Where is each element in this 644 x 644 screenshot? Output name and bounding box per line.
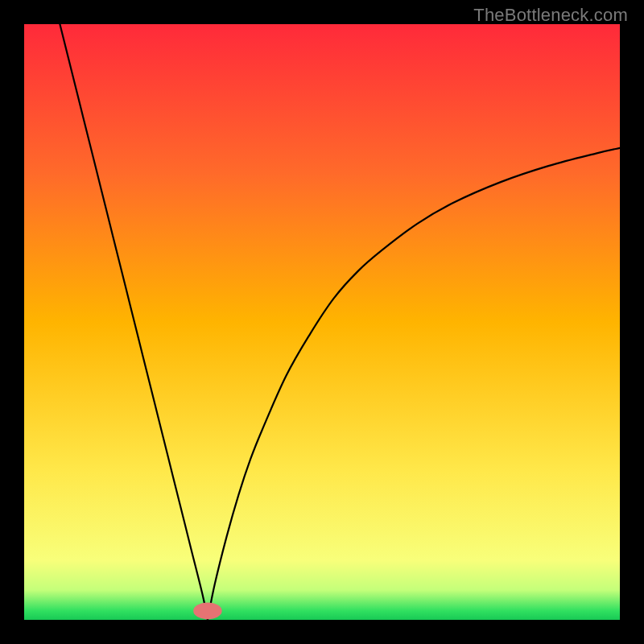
watermark-text: TheBottleneck.com	[473, 5, 628, 26]
chart-frame	[24, 24, 620, 620]
chart-plot	[24, 24, 620, 620]
chart-background	[24, 24, 620, 620]
current-config-marker	[193, 603, 222, 620]
